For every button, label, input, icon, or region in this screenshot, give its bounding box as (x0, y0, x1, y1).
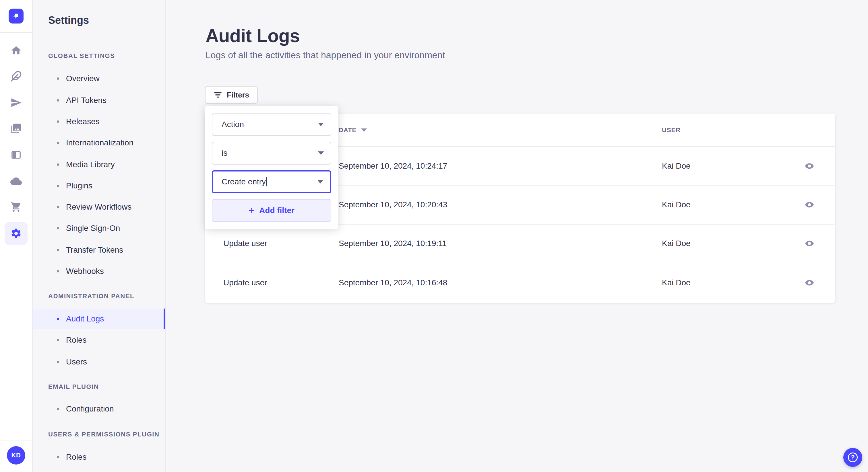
page-title: Audit Logs (206, 25, 300, 46)
add-filter-label: Add filter (259, 206, 294, 215)
add-filter-button[interactable]: + Add filter (212, 199, 331, 222)
bullet-icon (57, 77, 59, 80)
rail-divider (0, 32, 32, 33)
main-nav-rail: KD (0, 0, 33, 472)
sidebar-item-label: Releases (66, 117, 100, 126)
bullet-icon (57, 142, 59, 144)
cell-action: Update user (223, 225, 267, 263)
page-subtitle: Logs of all the activities that happened… (206, 50, 445, 61)
view-details-eye-icon[interactable] (800, 263, 819, 302)
settings-gear-icon[interactable] (5, 222, 28, 245)
sidebar-item-up-providers[interactable]: Providers (33, 468, 165, 472)
strapi-logo[interactable] (9, 9, 24, 24)
settings-subnav: Settings GLOBAL SETTINGS Overview API To… (33, 0, 166, 472)
sidebar-item-review-workflows[interactable]: Review Workflows (33, 197, 165, 217)
sidebar-item-plugins[interactable]: Plugins (33, 175, 165, 196)
sidebar-item-transfer-tokens[interactable]: Transfer Tokens (33, 240, 165, 260)
sidebar-item-admin-users[interactable]: Users (33, 351, 165, 372)
sidebar-item-label: Audit Logs (66, 314, 104, 324)
settings-nav-title: Settings (48, 14, 89, 26)
bullet-icon (57, 318, 59, 320)
filter-operator-value: is (222, 148, 227, 158)
bullet-icon (57, 206, 59, 208)
text-cursor (267, 177, 267, 187)
sidebar-item-overview[interactable]: Overview (33, 68, 165, 89)
sidebar-item-admin-roles[interactable]: Roles (33, 330, 165, 350)
content-manager-feather-icon[interactable] (0, 66, 32, 87)
filters-button-label: Filters (227, 91, 249, 100)
filter-field-select[interactable]: Action (212, 113, 331, 136)
plus-icon: + (249, 205, 255, 216)
sidebar-item-label: Review Workflows (66, 202, 131, 212)
cell-date: September 10, 2024, 10:20:43 (339, 186, 447, 224)
view-details-eye-icon[interactable] (800, 186, 819, 224)
filter-field-value: Action (222, 120, 244, 129)
active-indicator-bar (164, 308, 165, 329)
bullet-icon (57, 408, 59, 410)
sidebar-item-label: Plugins (66, 181, 92, 191)
section-email-plugin: EMAIL PLUGIN (48, 383, 99, 391)
user-avatar[interactable]: KD (7, 446, 25, 465)
sidebar-item-up-roles[interactable]: Roles (33, 447, 165, 467)
media-library-icon[interactable] (0, 118, 32, 139)
bullet-icon (57, 456, 59, 458)
rail-divider (0, 440, 32, 440)
sidebar-item-label: Webhooks (66, 267, 104, 276)
column-header-date: DATE (339, 113, 367, 147)
sidebar-item-label: Single Sign-On (66, 224, 120, 233)
column-header-date-label: DATE (339, 127, 356, 134)
column-header-user: USER (662, 113, 681, 147)
filter-value-combobox[interactable]: Create entry (212, 170, 331, 193)
cell-user: Kai Doe (662, 147, 691, 185)
sidebar-item-label: API Tokens (66, 96, 106, 105)
view-details-eye-icon[interactable] (800, 225, 819, 263)
section-users-permissions-plugin: USERS & PERMISSIONS PLUGIN (48, 431, 160, 438)
cell-user: Kai Doe (662, 186, 691, 224)
cell-user: Kai Doe (662, 263, 691, 302)
marketplace-cart-icon[interactable] (0, 197, 32, 217)
deploy-cloud-icon[interactable] (0, 171, 32, 192)
sidebar-item-single-sign-on[interactable]: Single Sign-On (33, 218, 165, 239)
table-row: Update user September 10, 2024, 10:16:48… (205, 263, 835, 302)
filter-lines-icon (214, 91, 222, 99)
sidebar-item-api-tokens[interactable]: API Tokens (33, 90, 165, 111)
main-content: Audit Logs Logs of all the activities th… (166, 0, 868, 472)
cell-date: September 10, 2024, 10:24:17 (339, 147, 447, 185)
cell-user: Kai Doe (662, 225, 691, 263)
sidebar-item-media-library[interactable]: Media Library (33, 154, 165, 175)
releases-paper-plane-icon[interactable] (0, 92, 32, 113)
sidebar-item-label: Users (66, 357, 87, 367)
sidebar-item-releases[interactable]: Releases (33, 111, 165, 132)
sidebar-item-audit-logs[interactable]: Audit Logs (33, 308, 165, 329)
cell-action: Update user (223, 263, 267, 302)
section-global-settings: GLOBAL SETTINGS (48, 52, 115, 60)
question-mark-icon: ? (848, 452, 858, 462)
sidebar-item-label: Media Library (66, 160, 115, 169)
bullet-icon (57, 361, 59, 363)
home-icon[interactable] (0, 40, 32, 61)
strapi-logo-icon (11, 11, 21, 21)
cell-date: September 10, 2024, 10:19:11 (339, 225, 446, 263)
bullet-icon (57, 270, 59, 272)
help-button[interactable]: ? (843, 448, 862, 467)
bullet-icon (57, 339, 59, 341)
bullet-icon (57, 227, 59, 229)
bullet-icon (57, 249, 59, 251)
bullet-icon (57, 99, 59, 102)
sort-descending-icon[interactable] (361, 129, 367, 132)
sidebar-item-label: Roles (66, 452, 87, 462)
sidebar-item-label: Configuration (66, 404, 114, 413)
sidebar-item-webhooks[interactable]: Webhooks (33, 261, 165, 281)
view-details-eye-icon[interactable] (800, 147, 819, 185)
sidebar-item-label: Transfer Tokens (66, 245, 123, 255)
sidebar-item-label: Internationalization (66, 138, 133, 147)
chevron-down-icon (318, 151, 324, 155)
sidebar-item-email-configuration[interactable]: Configuration (33, 399, 165, 419)
content-type-builder-layout-icon[interactable] (0, 144, 32, 165)
chevron-down-icon (317, 180, 323, 183)
section-administration-panel: ADMINISTRATION PANEL (48, 293, 134, 300)
filters-button[interactable]: Filters (205, 86, 258, 104)
sidebar-item-internationalization[interactable]: Internationalization (33, 133, 165, 153)
sidebar-item-label: Overview (66, 74, 100, 83)
filter-operator-select[interactable]: is (212, 142, 331, 165)
